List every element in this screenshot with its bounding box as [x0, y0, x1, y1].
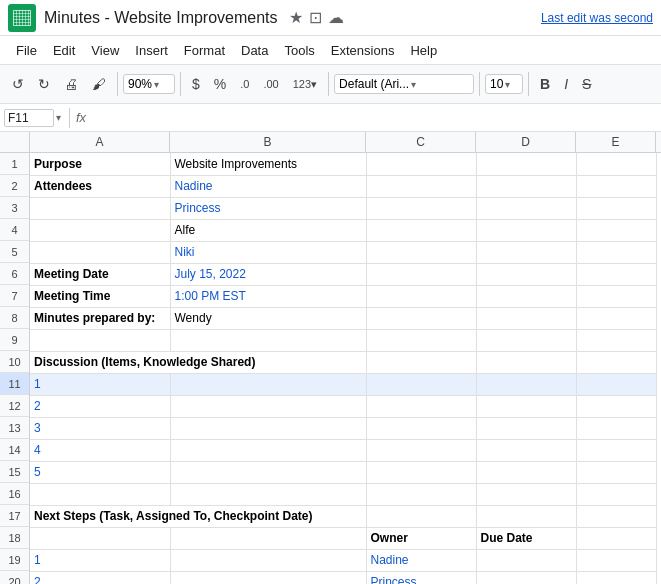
cell-e6[interactable]	[576, 263, 656, 285]
cloud-icon[interactable]: ☁	[328, 8, 344, 27]
row-num-8[interactable]: 8	[0, 307, 29, 329]
menu-view[interactable]: View	[83, 40, 127, 61]
cell-c11[interactable]	[366, 373, 476, 395]
cell-e15[interactable]	[576, 461, 656, 483]
dollar-button[interactable]: $	[186, 72, 206, 96]
cell-e20[interactable]	[576, 571, 656, 584]
font-size-selector[interactable]: 10 ▾	[485, 74, 523, 94]
drive-icon[interactable]: ⊡	[309, 8, 322, 27]
cell-d11[interactable]	[476, 373, 576, 395]
cell-b6[interactable]: July 15, 2022	[170, 263, 366, 285]
menu-extensions[interactable]: Extensions	[323, 40, 403, 61]
cell-c1[interactable]	[366, 153, 476, 175]
cell-e2[interactable]	[576, 175, 656, 197]
print-button[interactable]: 🖨	[58, 72, 84, 96]
cell-c14[interactable]	[366, 439, 476, 461]
row-num-14[interactable]: 14	[0, 439, 29, 461]
cell-e7[interactable]	[576, 285, 656, 307]
last-edit-label[interactable]: Last edit was second	[541, 11, 653, 25]
cell-a8[interactable]: Minutes prepared by:	[30, 307, 170, 329]
cell-a5[interactable]	[30, 241, 170, 263]
cell-e9[interactable]	[576, 329, 656, 351]
cell-e10[interactable]	[576, 351, 656, 373]
cell-d3[interactable]	[476, 197, 576, 219]
row-num-10[interactable]: 10	[0, 351, 29, 373]
row-num-16[interactable]: 16	[0, 483, 29, 505]
cell-d18[interactable]: Due Date	[476, 527, 576, 549]
cell-d7[interactable]	[476, 285, 576, 307]
cell-e5[interactable]	[576, 241, 656, 263]
col-header-d[interactable]: D	[476, 132, 576, 152]
cell-b15[interactable]	[170, 461, 366, 483]
menu-insert[interactable]: Insert	[127, 40, 176, 61]
cell-e17[interactable]	[576, 505, 656, 527]
cell-c12[interactable]	[366, 395, 476, 417]
cell-b16[interactable]	[170, 483, 366, 505]
cell-b5[interactable]: Niki	[170, 241, 366, 263]
cell-c15[interactable]	[366, 461, 476, 483]
cell-a15[interactable]: 5	[30, 461, 170, 483]
cell-a12[interactable]: 2	[30, 395, 170, 417]
cell-e3[interactable]	[576, 197, 656, 219]
cell-a1[interactable]: Purpose	[30, 153, 170, 175]
cell-c3[interactable]	[366, 197, 476, 219]
row-num-9[interactable]: 9	[0, 329, 29, 351]
cell-d9[interactable]	[476, 329, 576, 351]
cell-c19[interactable]: Nadine	[366, 549, 476, 571]
menu-file[interactable]: File	[8, 40, 45, 61]
cell-d8[interactable]	[476, 307, 576, 329]
cell-a16[interactable]	[30, 483, 170, 505]
formula-input[interactable]	[92, 111, 657, 125]
row-num-20[interactable]: 20	[0, 571, 29, 584]
cell-c5[interactable]	[366, 241, 476, 263]
decimal-down-button[interactable]: .0	[234, 74, 255, 94]
cell-b13[interactable]	[170, 417, 366, 439]
cell-c13[interactable]	[366, 417, 476, 439]
zoom-selector[interactable]: 90% ▾	[123, 74, 175, 94]
row-num-7[interactable]: 7	[0, 285, 29, 307]
cell-e16[interactable]	[576, 483, 656, 505]
row-num-17[interactable]: 17	[0, 505, 29, 527]
cell-c20[interactable]: Princess	[366, 571, 476, 584]
row-num-12[interactable]: 12	[0, 395, 29, 417]
more-formats-button[interactable]: 123▾	[287, 74, 323, 95]
undo-button[interactable]: ↺	[6, 72, 30, 96]
cell-a6[interactable]: Meeting Date	[30, 263, 170, 285]
cell-e14[interactable]	[576, 439, 656, 461]
cell-c8[interactable]	[366, 307, 476, 329]
menu-edit[interactable]: Edit	[45, 40, 83, 61]
font-selector[interactable]: Default (Ari... ▾	[334, 74, 474, 94]
cell-e19[interactable]	[576, 549, 656, 571]
star-icon[interactable]: ★	[289, 8, 303, 27]
cell-d6[interactable]	[476, 263, 576, 285]
col-header-b[interactable]: B	[170, 132, 366, 152]
cell-a11[interactable]: 1	[30, 373, 170, 395]
cell-a19[interactable]: 1	[30, 549, 170, 571]
cell-c2[interactable]	[366, 175, 476, 197]
cell-b7[interactable]: 1:00 PM EST	[170, 285, 366, 307]
col-header-e[interactable]: E	[576, 132, 656, 152]
cell-b2[interactable]: Nadine	[170, 175, 366, 197]
cell-d19[interactable]	[476, 549, 576, 571]
cell-b4[interactable]: Alfe	[170, 219, 366, 241]
menu-tools[interactable]: Tools	[276, 40, 322, 61]
strikethrough-button[interactable]: S	[576, 72, 597, 96]
cell-a4[interactable]	[30, 219, 170, 241]
cell-e8[interactable]	[576, 307, 656, 329]
cell-c18[interactable]: Owner	[366, 527, 476, 549]
cell-c4[interactable]	[366, 219, 476, 241]
cell-a20[interactable]: 2	[30, 571, 170, 584]
cell-d16[interactable]	[476, 483, 576, 505]
redo-button[interactable]: ↻	[32, 72, 56, 96]
italic-button[interactable]: I	[558, 72, 574, 96]
name-box[interactable]	[4, 109, 54, 127]
cell-b1[interactable]: Website Improvements	[170, 153, 366, 175]
cell-c9[interactable]	[366, 329, 476, 351]
cell-d4[interactable]	[476, 219, 576, 241]
cell-a7[interactable]: Meeting Time	[30, 285, 170, 307]
row-num-2[interactable]: 2	[0, 175, 29, 197]
cell-e11[interactable]	[576, 373, 656, 395]
cell-b14[interactable]	[170, 439, 366, 461]
cell-b12[interactable]	[170, 395, 366, 417]
cell-a3[interactable]	[30, 197, 170, 219]
